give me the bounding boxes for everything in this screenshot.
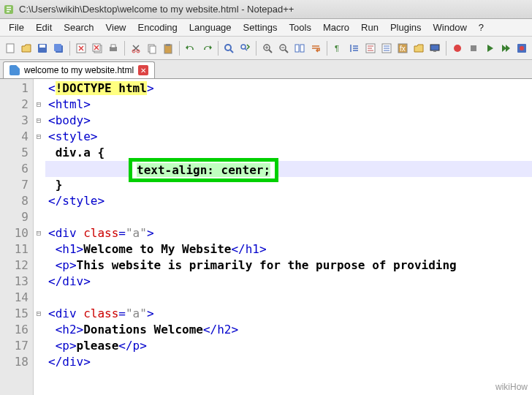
code-line[interactable]: ⊟<div class="a"> <box>45 225 532 241</box>
line-number: 10 <box>0 225 33 241</box>
code-line[interactable]: </style> <box>45 193 532 209</box>
sync-scroll-icon[interactable] <box>292 40 307 56</box>
line-number: 18 <box>0 354 33 370</box>
show-chars-icon[interactable]: ¶ <box>331 40 346 56</box>
editor-area[interactable]: 123456789101112131415161718 <!DOCTYPE ht… <box>0 79 532 395</box>
code-line[interactable]: ⊟<body> <box>45 113 532 129</box>
menu-search[interactable]: Search <box>58 20 99 35</box>
folder-icon[interactable] <box>411 40 426 56</box>
line-number: 9 <box>0 209 33 225</box>
fold-icon[interactable]: ⊟ <box>34 129 44 145</box>
fold-icon[interactable]: ⊟ <box>34 113 44 129</box>
paste-icon[interactable] <box>161 40 175 56</box>
code-line[interactable]: ⊟<html> <box>45 97 532 113</box>
fold-icon[interactable]: ⊟ <box>34 225 44 241</box>
save-macro-icon[interactable] <box>514 40 529 56</box>
line-number: 4 <box>0 129 33 145</box>
cut-icon[interactable] <box>129 40 143 56</box>
indent-guide-icon[interactable] <box>347 40 362 56</box>
code-line[interactable]: ⊟<div class="a"> <box>45 306 532 322</box>
zoom-out-icon[interactable] <box>276 40 291 56</box>
svg-rect-22 <box>300 45 304 52</box>
svg-rect-29 <box>433 50 436 52</box>
svg-point-17 <box>225 45 231 50</box>
svg-rect-3 <box>39 45 45 48</box>
new-file-icon[interactable] <box>3 40 18 56</box>
line-number: 8 <box>0 193 33 209</box>
code-line[interactable]: <h1>Welcome to My Website</h1> <box>45 241 532 257</box>
fold-icon[interactable]: ⊟ <box>34 97 44 113</box>
record-macro-icon[interactable] <box>450 40 465 56</box>
zoom-in-icon[interactable] <box>260 40 275 56</box>
line-number: 11 <box>0 241 33 257</box>
line-number-gutter: 123456789101112131415161718 <box>0 79 34 395</box>
code-line[interactable]: <!DOCTYPE html> <box>45 80 532 97</box>
doc-list-icon[interactable] <box>379 40 394 56</box>
find-icon[interactable] <box>221 40 236 56</box>
svg-rect-28 <box>430 45 439 50</box>
wordwrap-icon[interactable] <box>308 40 323 56</box>
line-number: 1 <box>0 80 33 97</box>
menu-file[interactable]: File <box>3 20 30 35</box>
code-line[interactable] <box>45 209 532 225</box>
code-line[interactable]: </div> <box>45 274 532 290</box>
highlight-overlay: text-align: center; <box>129 158 278 182</box>
menu-tools[interactable]: Tools <box>284 20 317 35</box>
line-number: 7 <box>0 177 33 193</box>
play-multi-icon[interactable] <box>498 40 513 56</box>
code-line[interactable]: </div> <box>45 354 532 370</box>
menu-run[interactable]: Run <box>355 20 384 35</box>
function-list-icon[interactable]: fx <box>395 40 410 56</box>
menu-language[interactable]: Language <box>183 20 238 35</box>
line-number: 6 <box>0 161 33 177</box>
code-line[interactable]: ⊟<style> <box>45 129 532 145</box>
menu-window[interactable]: Window <box>428 20 473 35</box>
monitor-icon[interactable] <box>428 40 442 56</box>
menu-help[interactable]: ? <box>473 20 490 35</box>
menu-edit[interactable]: Edit <box>30 20 58 35</box>
fold-icon[interactable]: ⊟ <box>34 306 44 322</box>
tab-close-icon[interactable]: ✕ <box>138 65 148 75</box>
code-line[interactable]: <h2>Donations Welcome</h2> <box>45 322 532 338</box>
code-line[interactable]: <p>This website is primarily for the pur… <box>45 257 532 274</box>
code-line[interactable]: } <box>45 177 532 193</box>
close-all-icon[interactable] <box>90 40 104 56</box>
print-icon[interactable] <box>106 40 121 56</box>
line-number: 3 <box>0 113 33 129</box>
svg-point-33 <box>520 46 524 50</box>
menu-encoding[interactable]: Encoding <box>132 20 183 35</box>
svg-text:fx: fx <box>400 45 406 53</box>
separator <box>69 41 70 56</box>
separator <box>446 41 446 56</box>
replace-icon[interactable] <box>238 40 252 56</box>
save-icon[interactable] <box>35 40 50 56</box>
doc-map-icon[interactable] <box>363 40 378 56</box>
line-number: 2 <box>0 97 33 113</box>
watermark: wikiHow <box>495 382 528 392</box>
window-titlebar: C:\Users\wikih\Desktop\welcome to my web… <box>0 0 532 19</box>
file-tab[interactable]: welcome to my website.html ✕ <box>3 61 155 78</box>
menu-view[interactable]: View <box>100 20 132 35</box>
svg-rect-16 <box>166 44 170 46</box>
menu-plugins[interactable]: Plugins <box>384 20 428 35</box>
menu-macro[interactable]: Macro <box>317 20 355 35</box>
play-macro-icon[interactable] <box>482 40 497 56</box>
code-line[interactable]: <p>please</p> <box>45 338 532 354</box>
code-area[interactable]: <!DOCTYPE html>⊟<html>⊟<body>⊟<style> di… <box>34 79 532 395</box>
close-icon[interactable] <box>74 40 88 56</box>
code-line[interactable] <box>45 161 532 177</box>
save-all-icon[interactable] <box>51 40 66 56</box>
code-line[interactable] <box>45 290 532 306</box>
svg-rect-21 <box>295 45 299 52</box>
undo-icon[interactable] <box>183 40 198 56</box>
line-number: 14 <box>0 290 33 306</box>
copy-icon[interactable] <box>145 40 159 56</box>
stop-macro-icon[interactable] <box>466 40 481 56</box>
redo-icon[interactable] <box>200 40 214 56</box>
svg-rect-1 <box>7 44 14 53</box>
menu-settings[interactable]: Settings <box>238 20 284 35</box>
open-file-icon[interactable] <box>19 40 34 56</box>
line-number: 5 <box>0 145 33 161</box>
separator <box>218 41 218 56</box>
code-line[interactable]: div.a { <box>45 145 532 161</box>
